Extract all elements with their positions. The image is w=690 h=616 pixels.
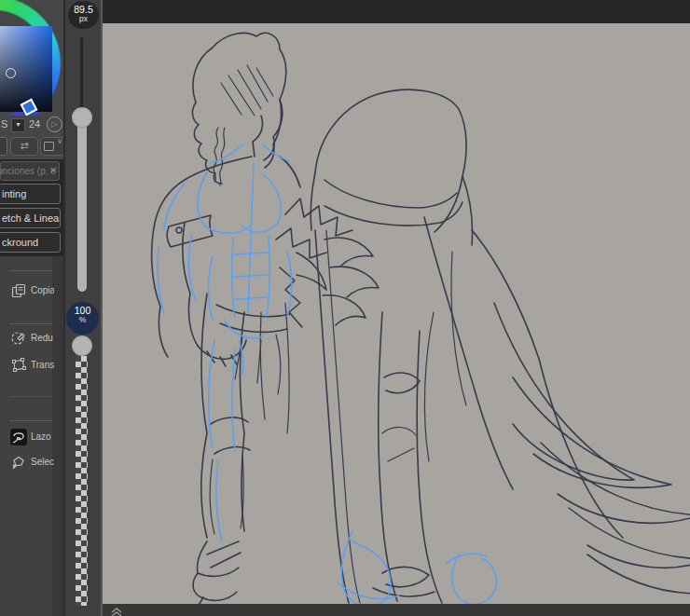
transform-icon: [10, 357, 27, 374]
toolbar-icons-row: ⇄ ∨: [0, 136, 63, 157]
tool-label: Copiar: [31, 285, 54, 295]
color-value-label: 24: [29, 118, 40, 130]
brush-size-slider-fill[interactable]: [77, 118, 87, 292]
tool-label: Selec: [31, 457, 54, 467]
divider: [9, 270, 52, 271]
swap-icon: ⇄: [20, 140, 28, 151]
close-icon[interactable]: ×: [49, 163, 57, 177]
button-painting[interactable]: inting: [0, 184, 61, 204]
polygon-select-icon: [10, 454, 27, 471]
tool-item-select[interactable]: Selec: [0, 451, 54, 475]
canvas-area: [103, 0, 690, 616]
zoom-slider-track[interactable]: [76, 356, 88, 606]
brush-size-slider-track[interactable]: [80, 37, 83, 114]
divider: [9, 323, 52, 324]
display-options-button[interactable]: ∨: [40, 137, 63, 156]
divider: [9, 396, 52, 397]
expand-chevron-icon[interactable]: [110, 605, 123, 615]
zoom-unit: %: [66, 316, 99, 324]
saturation-value-square[interactable]: [0, 26, 52, 112]
left-tool-panel: S ▼ 24 ▷ ⇄ ∨ unciones (p. e × inting etc…: [0, 0, 63, 616]
color-cursor-icon[interactable]: [6, 68, 16, 78]
color-mode-label: S: [1, 118, 7, 130]
button-background[interactable]: ckround: [0, 232, 61, 253]
zoom-slider-knob[interactable]: [72, 335, 92, 356]
sketch-drawing[interactable]: [103, 23, 690, 604]
tool-item-reduce[interactable]: Redu: [0, 327, 54, 351]
tool-label: Transf: [31, 360, 54, 370]
quick-access-list: Copiar Redu Transf La: [0, 256, 63, 616]
button-sketch-lineart[interactable]: etch & Lineart: [0, 208, 61, 228]
search-functions-input[interactable]: unciones (p. e ×: [0, 161, 60, 181]
brush-size-slider-knob[interactable]: [72, 107, 92, 128]
chevron-down-icon[interactable]: ▼: [11, 118, 25, 132]
lasso-icon: [10, 429, 27, 445]
color-values-row: S ▼ 24 ▷: [0, 116, 63, 134]
brush-size-unit: px: [68, 15, 99, 23]
paint-app-window: S ▼ 24 ▷ ⇄ ∨ unciones (p. e × inting etc…: [0, 0, 690, 616]
divider: [9, 420, 52, 421]
chevron-down-icon: ∨: [57, 137, 62, 145]
pasteboard: [103, 0, 690, 23]
color-wheel-panel: [0, 0, 63, 116]
search-row: unciones (p. e ×: [0, 159, 63, 182]
tool-item-copy[interactable]: Copiar: [0, 280, 54, 304]
monitor-icon: [44, 142, 54, 151]
tool-item-lasso[interactable]: Lazo: [0, 426, 54, 450]
tool-label: Lazo: [31, 431, 54, 442]
canvas-page[interactable]: [103, 23, 690, 604]
swap-colors-button[interactable]: ⇄: [10, 137, 38, 156]
tool-label: Redu: [31, 333, 54, 343]
zoom-badge: 100 %: [66, 302, 99, 335]
search-placeholder: unciones (p. e: [0, 166, 56, 176]
partial-tool-button[interactable]: [0, 137, 7, 156]
reduce-selection-icon: [10, 330, 27, 347]
copy-icon: [10, 282, 27, 299]
quick-access-buttons: inting etch & Lineart ckround: [0, 182, 63, 256]
brush-size-badge: 89.5 px: [68, 1, 99, 29]
bottom-toolbar: [103, 604, 690, 616]
slider-column: 89.5 px 100 %: [63, 0, 103, 616]
play-icon[interactable]: ▷: [47, 116, 62, 132]
tool-item-transform[interactable]: Transf: [0, 354, 54, 378]
